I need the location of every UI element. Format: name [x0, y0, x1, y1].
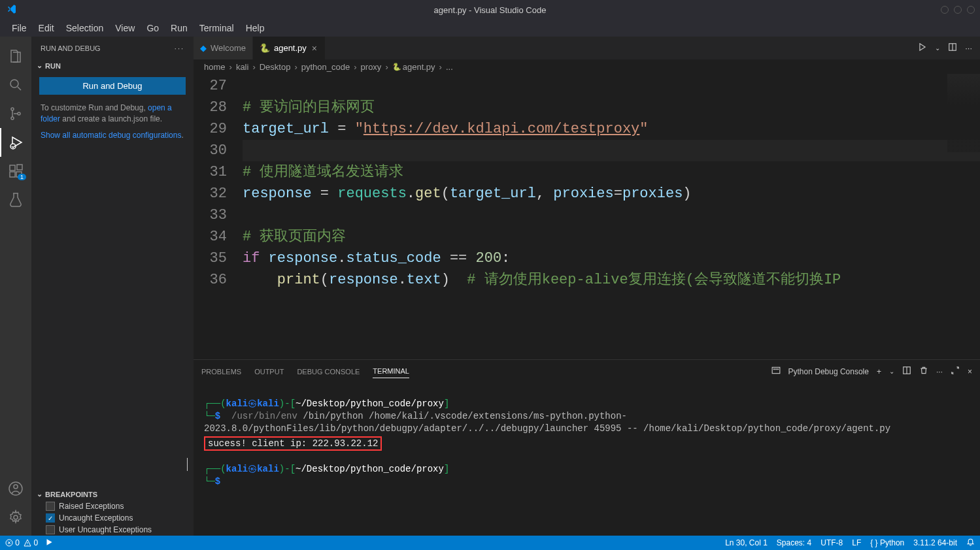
menu-file[interactable]: File	[7, 22, 32, 35]
extensions-icon[interactable]: 1	[0, 157, 31, 186]
menu-terminal[interactable]: Terminal	[194, 22, 239, 35]
menu-help[interactable]: Help	[241, 22, 270, 35]
line-number-gutter: 27282930313233343536	[194, 75, 243, 359]
status-errors[interactable]: 0	[5, 538, 20, 547]
encoding[interactable]: UTF-8	[820, 538, 843, 547]
chevron-down-icon[interactable]: ⌄	[935, 44, 940, 52]
code-editor[interactable]: 27282930313233343536 # 要访问的目标网页target_ur…	[194, 74, 980, 359]
language-mode[interactable]: { } Python	[870, 538, 904, 547]
chevron-right-icon: ›	[227, 62, 235, 72]
customize-text: To customize Run and Debug, open a folde…	[31, 100, 194, 127]
explorer-icon[interactable]	[0, 42, 31, 71]
breakpoint-item[interactable]: User Uncaught Exceptions	[31, 524, 194, 536]
testing-icon[interactable]	[0, 186, 31, 214]
tab-welcome[interactable]: ◆ Welcome	[194, 37, 253, 59]
terminal-user: kali	[226, 398, 248, 409]
crumb[interactable]: proxy	[361, 62, 382, 72]
panel-tab-terminal[interactable]: TERMINAL	[373, 364, 409, 378]
close-panel-icon[interactable]: ×	[968, 367, 972, 376]
indentation[interactable]: Spaces: 4	[777, 538, 811, 547]
breakpoint-label: Uncaught Exceptions	[59, 513, 133, 523]
maximize-panel-icon[interactable]	[951, 366, 960, 377]
checkbox-checked[interactable]: ✓	[46, 513, 55, 523]
search-icon[interactable]	[0, 71, 31, 99]
python-version[interactable]: 3.11.2 64-bit	[913, 538, 957, 547]
panel-tab-debug-console[interactable]: DEBUG CONSOLE	[297, 365, 360, 378]
sidebar-title: RUN AND DEBUG	[41, 44, 101, 52]
svg-point-1	[11, 108, 14, 110]
terminal-content[interactable]: ┌──(kali㉿kali)-[~/Desktop/python_code/pr…	[194, 383, 980, 536]
close-icon[interactable]: ×	[311, 43, 318, 54]
activitybar: 1	[0, 37, 31, 536]
show-all-link[interactable]: Show all automatic debug configurations	[41, 131, 181, 140]
python-icon: 🐍	[260, 43, 270, 53]
split-editor-icon[interactable]	[948, 42, 957, 54]
breakpoints-section[interactable]: ⌄ BREAKPOINTS	[31, 488, 194, 500]
tab-agent-py[interactable]: 🐍 agent.py ×	[253, 37, 326, 59]
more-icon[interactable]: ···	[175, 44, 184, 52]
debug-console-icon[interactable]	[771, 366, 781, 377]
panel-tab-problems[interactable]: PROBLEMS	[201, 365, 241, 378]
trash-icon[interactable]	[919, 366, 928, 377]
crumb[interactable]: home	[204, 62, 226, 72]
crumb[interactable]: kali	[236, 62, 249, 72]
new-terminal-icon[interactable]: +	[877, 367, 881, 376]
checkbox[interactable]	[46, 525, 55, 534]
menu-go[interactable]: Go	[141, 22, 164, 35]
terminal-command: /bin/python /home/kali/.vscode/extension…	[204, 411, 890, 434]
breakpoint-item[interactable]: ✓ Uncaught Exceptions	[31, 512, 194, 524]
terminal-output-highlight: sucess! client ip: 222.93.22.12	[204, 436, 382, 451]
run-debug-icon[interactable]	[0, 128, 31, 157]
run-play-icon[interactable]	[918, 42, 927, 54]
chevron-down-icon: ⌄	[37, 61, 42, 70]
panel-tab-output[interactable]: OUTPUT	[254, 365, 284, 378]
breakpoint-label: User Uncaught Exceptions	[59, 525, 152, 534]
customize-text-a: To customize Run and Debug,	[41, 103, 148, 112]
more-icon[interactable]: ···	[936, 367, 943, 376]
terminal-cwd: ~/Desktop/python_code/proxy	[296, 464, 444, 474]
cursor-position[interactable]: Ln 30, Col 1	[725, 538, 768, 547]
run-and-debug-button[interactable]: Run and Debug	[39, 77, 186, 95]
menu-selection[interactable]: Selection	[61, 22, 109, 35]
sidebar: RUN AND DEBUG ··· ⌄ RUN Run and Debug To…	[31, 37, 194, 536]
console-label[interactable]: Python Debug Console	[788, 367, 869, 376]
settings-gear-icon[interactable]	[0, 503, 31, 532]
editor-area: ◆ Welcome 🐍 agent.py × ⌄ ··· home› k	[194, 37, 980, 536]
menu-view[interactable]: View	[110, 22, 140, 35]
maximize-button[interactable]	[954, 6, 962, 14]
breakpoint-item[interactable]: Raised Exceptions	[31, 500, 194, 512]
crumb[interactable]: Desktop	[260, 62, 291, 72]
code-content[interactable]: # 要访问的目标网页target_url = "https://dev.kdla…	[243, 75, 980, 359]
split-terminal-icon[interactable]	[902, 366, 911, 377]
source-control-icon[interactable]	[0, 99, 31, 128]
checkbox[interactable]	[46, 502, 55, 511]
crumb[interactable]: ...	[446, 62, 453, 72]
run-section-label: RUN	[45, 62, 61, 70]
eol[interactable]: LF	[852, 538, 861, 547]
status-warnings[interactable]: 0	[24, 538, 38, 547]
chevron-right-icon: ›	[292, 62, 299, 72]
minimize-button[interactable]	[941, 6, 949, 14]
titlebar: agent.py - Visual Studio Code	[0, 0, 980, 20]
run-section[interactable]: ⌄ RUN	[31, 59, 194, 72]
status-debug-icon[interactable]	[44, 538, 54, 549]
accounts-icon[interactable]	[0, 474, 31, 503]
vscode-icon: ◆	[200, 43, 207, 53]
minimap[interactable]	[947, 74, 980, 152]
breadcrumbs[interactable]: home› kali› Desktop› python_code› proxy›…	[194, 59, 980, 74]
close-button[interactable]	[967, 6, 975, 14]
tabs-row: ◆ Welcome 🐍 agent.py × ⌄ ···	[194, 37, 980, 59]
chevron-down-icon[interactable]: ⌄	[889, 368, 894, 375]
notifications-bell-icon[interactable]	[966, 538, 975, 548]
menu-run[interactable]: Run	[165, 22, 193, 35]
svg-rect-6	[10, 172, 15, 177]
menu-edit[interactable]: Edit	[33, 22, 59, 35]
crumb[interactable]: agent.py	[403, 62, 435, 72]
tab-label: Welcome	[211, 43, 246, 53]
menubar: File Edit Selection View Go Run Terminal…	[0, 20, 980, 37]
statusbar: 0 0 Ln 30, Col 1 Spaces: 4 UTF-8 LF { } …	[0, 536, 980, 550]
more-icon[interactable]: ···	[965, 43, 972, 53]
crumb[interactable]: python_code	[301, 62, 350, 72]
chevron-right-icon: ›	[382, 62, 390, 72]
svg-rect-8	[17, 165, 22, 170]
